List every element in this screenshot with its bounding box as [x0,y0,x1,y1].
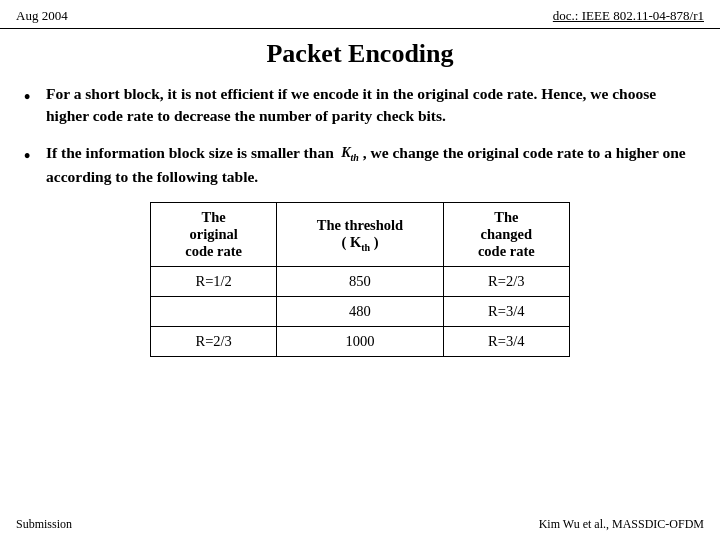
table-header-col2: The threshold ( Kth ) [277,202,443,266]
page-header: Aug 2004 doc.: IEEE 802.11-04-878/r1 [0,0,720,29]
footer-left: Submission [16,517,72,532]
table-cell-row0-col2: 850 [277,266,443,296]
table-body: R=1/2850R=2/3480R=3/4R=2/31000R=3/4 [151,266,570,356]
table-cell-row1-col1 [151,296,277,326]
bullet-dot-1: • [24,83,46,110]
table-cell-row0-col3: R=2/3 [443,266,569,296]
table-cell-row1-col2: 480 [277,296,443,326]
page-footer: Submission Kim Wu et al., MASSDIC-OFDM [0,517,720,532]
bullet2-formula: Kth [338,143,359,165]
table-row: R=1/2850R=2/3 [151,266,570,296]
bullet2-text-before: If the information block size is smaller… [46,144,334,161]
table-cell-row2-col2: 1000 [277,326,443,356]
page-title: Packet Encoding [0,39,720,69]
table-row: R=2/31000R=3/4 [151,326,570,356]
encoding-table-section: The original code rate The threshold ( K… [24,202,696,357]
main-content: • For a short block, it is not efficient… [0,83,720,357]
encoding-table: The original code rate The threshold ( K… [150,202,570,357]
header-date: Aug 2004 [16,8,68,24]
table-row: 480R=3/4 [151,296,570,326]
table-cell-row2-col3: R=3/4 [443,326,569,356]
footer-right: Kim Wu et al., MASSDIC-OFDM [539,517,704,532]
bullet-text-1: For a short block, it is not efficient i… [46,83,696,128]
bullet-item-2: • If the information block size is small… [24,142,696,188]
table-cell-row1-col3: R=3/4 [443,296,569,326]
table-header-col3: The changed code rate [443,202,569,266]
table-cell-row2-col1: R=2/3 [151,326,277,356]
bullet-text-2: If the information block size is smaller… [46,142,696,188]
bullet-item-1: • For a short block, it is not efficient… [24,83,696,128]
bullet-dot-2: • [24,142,46,169]
table-cell-row0-col1: R=1/2 [151,266,277,296]
table-header-col1: The original code rate [151,202,277,266]
header-doc: doc.: IEEE 802.11-04-878/r1 [553,8,704,24]
